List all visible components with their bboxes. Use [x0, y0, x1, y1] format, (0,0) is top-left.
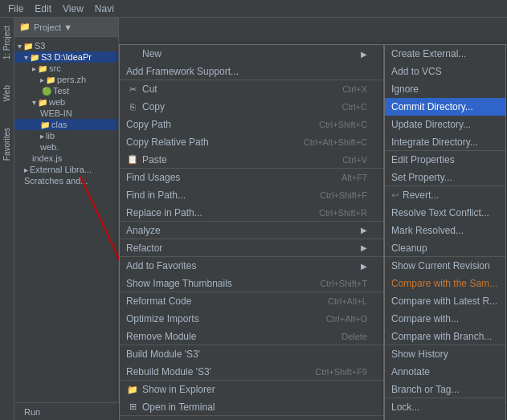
- vcs-commit-directory[interactable]: Commit Directory...: [385, 98, 505, 116]
- tree-item-indexjs[interactable]: index.js: [14, 153, 118, 164]
- menu-item-label: Replace in Path...: [126, 207, 202, 218]
- tree-item-clas[interactable]: 📁 clas: [14, 119, 118, 130]
- bottom-tab-run[interactable]: Run: [18, 406, 47, 418]
- menu-item-label: Show in Explorer: [142, 384, 215, 395]
- menu-add-framework[interactable]: Add Framework Support...: [120, 63, 383, 80]
- shortcut-label: Ctrl+C: [342, 102, 367, 112]
- vcs-show-current-revision[interactable]: Show Current Revision: [385, 257, 505, 275]
- menu-item-label: Optimize Imports: [126, 313, 199, 324]
- tree-item-web[interactable]: ▾ 📁 web: [14, 96, 118, 108]
- menu-open-terminal[interactable]: ⊞ Open in Terminal: [120, 398, 383, 416]
- menu-copy-path[interactable]: Copy Path Ctrl+Shift+C: [120, 116, 383, 133]
- vcs-compare-branch[interactable]: Compare with Branch...: [385, 328, 505, 345]
- menu-item-label: Remove Module: [126, 331, 196, 342]
- shortcut-label: Ctrl+Alt+L: [328, 296, 367, 306]
- submenu-arrow: ▶: [361, 226, 367, 234]
- vcs-create-external[interactable]: Create External...: [385, 45, 505, 63]
- tree-item-src[interactable]: ▸ 📁 src: [14, 63, 118, 74]
- tree-label: S3 D:\IdeaPr: [41, 52, 92, 62]
- menu-item-label: Add to Favorites: [126, 260, 196, 271]
- vcs-compare-with[interactable]: Compare with...: [385, 310, 505, 328]
- tree-item-webinf[interactable]: WEB-IN: [14, 108, 118, 119]
- project-panel-header[interactable]: 📁 Project ▼: [14, 18, 118, 37]
- menu-add-to-favorites[interactable]: Add to Favorites ▶: [120, 257, 383, 275]
- vcs-item-label: Set Property...: [391, 172, 452, 183]
- vcs-item-label: Compare with...: [391, 313, 459, 324]
- vcs-add-to-vcs[interactable]: Add to VCS: [385, 63, 505, 80]
- vcs-mark-resolved[interactable]: Mark Resolved...: [385, 222, 505, 239]
- tree-item-s3-path[interactable]: ▾ 📁 S3 D:\IdeaPr: [14, 51, 118, 63]
- vcs-compare-same[interactable]: Compare with the Sam...: [385, 275, 505, 292]
- vcs-resolve-text-conflict[interactable]: Resolve Text Conflict...: [385, 204, 505, 222]
- vcs-ignore[interactable]: Ignore: [385, 80, 505, 98]
- vcs-set-property[interactable]: Set Property...: [385, 169, 505, 186]
- vcs-annotate[interactable]: Annotate: [385, 363, 505, 381]
- tree-item-lib[interactable]: ▸ lib: [14, 130, 118, 141]
- vcs-item-label: Update Directory...: [391, 119, 471, 130]
- vcs-unlock[interactable]: Unlock: [385, 416, 505, 420]
- menu-edit[interactable]: Edit: [30, 2, 56, 16]
- menu-replace-in-path[interactable]: Replace in Path... Ctrl+Shift+R: [120, 204, 383, 222]
- menu-optimize-imports[interactable]: Optimize Imports Ctrl+Alt+O: [120, 310, 383, 328]
- menu-copy[interactable]: ⎘ Copy Ctrl+C: [120, 98, 383, 116]
- menu-cut[interactable]: ✂ Cut Ctrl+X: [120, 80, 383, 98]
- menu-find-in-path[interactable]: Find in Path... Ctrl+Shift+F: [120, 186, 383, 204]
- vcs-update-directory[interactable]: Update Directory...: [385, 116, 505, 133]
- vcs-integrate-directory[interactable]: Integrate Directory...: [385, 133, 505, 151]
- vcs-cleanup[interactable]: Cleanup: [385, 239, 505, 257]
- vcs-lock[interactable]: Lock...: [385, 398, 505, 416]
- sidebar-tab-favorites[interactable]: Favorites: [1, 123, 13, 165]
- menu-local-history[interactable]: Local History ▶: [120, 416, 383, 420]
- vcs-show-history[interactable]: Show History: [385, 345, 505, 363]
- vcs-compare-latest[interactable]: Compare with Latest R...: [385, 292, 505, 310]
- cut-icon: ✂: [126, 84, 139, 95]
- tree-item-s3-root[interactable]: ▾ 📁 S3: [14, 40, 118, 51]
- menu-remove-module[interactable]: Remove Module Delete: [120, 328, 383, 345]
- menu-item-label: Rebuild Module 'S3': [126, 366, 211, 377]
- tree-expand-icon: ▾: [24, 53, 28, 62]
- menu-paste[interactable]: 📋 Paste Ctrl+V: [120, 151, 383, 169]
- menu-show-in-explorer[interactable]: 📁 Show in Explorer: [120, 381, 383, 398]
- menu-reformat-code[interactable]: Reformat Code Ctrl+Alt+L: [120, 292, 383, 310]
- copy-icon: ⎘: [126, 102, 139, 112]
- vcs-edit-properties[interactable]: Edit Properties: [385, 151, 505, 169]
- shortcut-label: Alt+F7: [341, 173, 367, 182]
- menu-file[interactable]: File: [3, 2, 28, 16]
- menu-show-thumbnails[interactable]: Show Image Thumbnails Ctrl+Shift+T: [120, 275, 383, 292]
- tree-icon-folder: 📁: [46, 75, 55, 84]
- vcs-item-label: Mark Resolved...: [391, 225, 464, 236]
- menu-build-module[interactable]: Build Module 'S3': [120, 345, 383, 363]
- tree-icon-folder: 📁: [38, 98, 47, 107]
- menu-rebuild-module[interactable]: Rebuild Module 'S3' Ctrl+Shift+F9: [120, 363, 383, 381]
- menu-navigate[interactable]: Navi: [90, 2, 119, 16]
- vcs-revert[interactable]: ↩ Revert...: [385, 186, 505, 204]
- sidebar-tab-project[interactable]: 1: Project: [1, 21, 13, 64]
- menu-find-usages[interactable]: Find Usages Alt+F7: [120, 169, 383, 186]
- vcs-branch-or-tag[interactable]: Branch or Tag...: [385, 381, 505, 398]
- shortcut-label: Ctrl+Shift+F9: [315, 367, 367, 377]
- menu-item-label: Reformat Code: [126, 296, 191, 307]
- tree-item-test[interactable]: 🟢 Test: [14, 85, 118, 96]
- shortcut-label: Ctrl+Shift+F: [320, 190, 367, 200]
- menu-analyze[interactable]: Analyze ▶: [120, 222, 383, 239]
- menu-item-label: Find in Path...: [126, 190, 186, 201]
- sidebar-tab-web[interactable]: Web: [1, 80, 13, 106]
- tree-item-pers[interactable]: ▸ 📁 pers.zh: [14, 74, 118, 85]
- tree-expand-icon: ▸: [40, 75, 44, 84]
- menu-item-label: Add Framework Support...: [126, 66, 239, 77]
- menu-copy-relative-path[interactable]: Copy Relative Path Ctrl+Alt+Shift+C: [120, 133, 383, 151]
- menu-view[interactable]: View: [58, 2, 88, 16]
- shortcut-label: Ctrl+Shift+C: [319, 120, 367, 129]
- menu-refactor[interactable]: Refactor ▶: [120, 239, 383, 257]
- tree-icon-folder: 📁: [40, 120, 50, 129]
- folder-icon: 📁: [19, 22, 31, 32]
- menu-new[interactable]: New ▶: [120, 45, 383, 63]
- vcs-item-label: Show Current Revision: [391, 260, 490, 271]
- tree-icon-folder: 📁: [23, 42, 33, 51]
- tree-label: Test: [53, 86, 69, 96]
- context-menu-vcs: Create External... Add to VCS Ignore Com…: [384, 44, 506, 420]
- tree-item-external[interactable]: ▸ External Libra...: [14, 164, 118, 175]
- tree-item-web-file[interactable]: web.: [14, 141, 118, 153]
- submenu-arrow: ▶: [361, 262, 367, 271]
- tree-item-scratches[interactable]: Scratches and...: [14, 175, 118, 186]
